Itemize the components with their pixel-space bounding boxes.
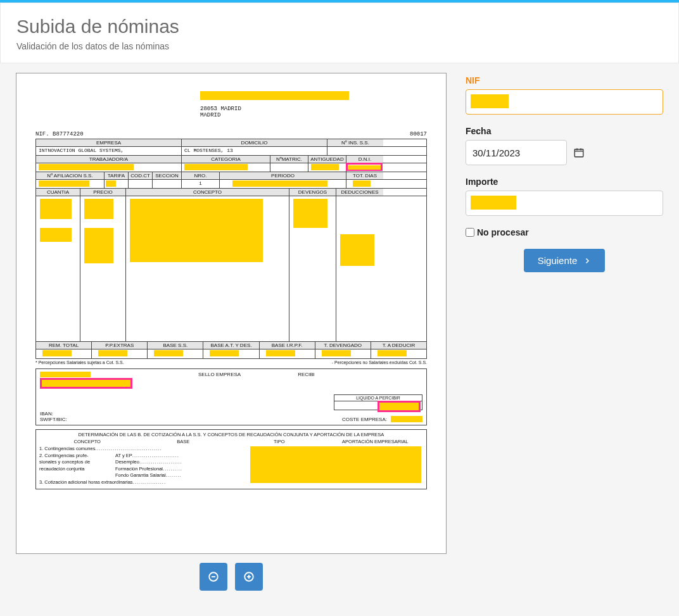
nif-label: NIF: [466, 75, 663, 85]
calendar-icon[interactable]: [573, 147, 585, 158]
chevron-right-icon: [583, 256, 591, 265]
no-procesar-label: No procesar: [477, 227, 529, 237]
zoom-in-button[interactable]: [235, 563, 263, 591]
fecha-input[interactable]: [466, 140, 567, 165]
doc-addr-zip: 28053 MADRID: [200, 106, 427, 112]
zoom-out-button[interactable]: [200, 563, 227, 591]
doc-addr-city: MADRID: [200, 112, 427, 118]
doc-nif-line: NIF. B87774220: [35, 131, 84, 137]
svg-rect-5: [574, 149, 583, 157]
payroll-document-preview: 28053 MADRID MADRID NIF. B87774220 80017…: [16, 73, 447, 554]
no-procesar-checkbox[interactable]: [466, 228, 474, 237]
next-button[interactable]: Siguiente: [524, 249, 606, 272]
fecha-label: Fecha: [466, 126, 663, 136]
importe-label: Importe: [466, 177, 663, 187]
minus-circle-icon: [208, 571, 219, 582]
page-subtitle: Validación de los datos de las nóminas: [16, 41, 663, 51]
plus-circle-icon: [243, 571, 255, 582]
no-procesar-row[interactable]: No procesar: [466, 227, 663, 237]
next-button-label: Siguiente: [538, 255, 578, 266]
doc-nif-right: 80017: [410, 131, 427, 137]
page-title: Subida de nóminas: [16, 16, 663, 37]
